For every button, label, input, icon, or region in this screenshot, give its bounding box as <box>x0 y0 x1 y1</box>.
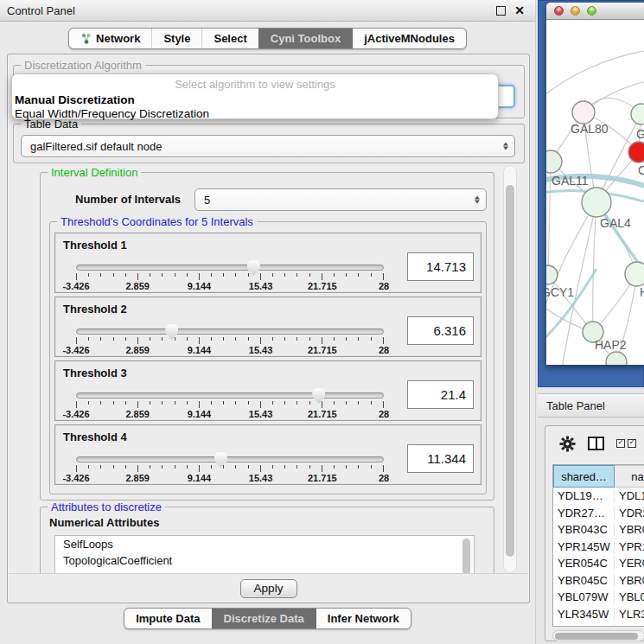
threshold-value-field[interactable]: 14.713 <box>407 252 474 281</box>
bottom-tab-discretize-data[interactable]: Discretize Data <box>212 609 316 628</box>
tick-mark <box>346 401 347 405</box>
slider-track[interactable] <box>76 392 384 399</box>
slider-track[interactable] <box>76 328 384 335</box>
tick-mark <box>150 273 150 277</box>
tick-mark <box>248 465 249 469</box>
table-toolbar <box>545 426 644 461</box>
panel-title: Control Panel <box>7 4 75 17</box>
table-row[interactable]: YPR145WYPR1 <box>553 539 644 556</box>
table-hscroll-thumb[interactable] <box>555 633 638 640</box>
node-table[interactable]: shared… name YDL19…YDL1YDR27…YDR2YBR043C… <box>552 464 644 627</box>
axis-label: -3.426 <box>62 345 89 355</box>
table-row[interactable]: YLR345WYLR3 <box>553 606 644 623</box>
algorithm-option[interactable]: Manual Discretization <box>12 93 498 107</box>
gear-icon[interactable] <box>559 436 576 452</box>
network-node-h[interactable] <box>625 262 644 286</box>
tab-select[interactable]: Select <box>201 29 258 48</box>
threshold-list: Threshold 1-3.4262.8599.14415.4321.71528… <box>54 233 481 488</box>
select-columns-checkboxes-icon[interactable] <box>616 439 636 448</box>
minimize-traffic-light-icon[interactable] <box>571 6 580 16</box>
cell-shared-name: YDL19… <box>553 489 615 502</box>
tick-mark <box>383 465 384 472</box>
tick-mark <box>284 273 285 277</box>
list-scrollbar[interactable] <box>461 537 473 573</box>
tick-mark <box>296 401 297 405</box>
float-window-icon[interactable] <box>496 6 506 16</box>
network-node-c[interactable] <box>628 142 644 163</box>
group-title-thresholds: Threshold's Coordinates for 5 Intervals <box>57 215 257 228</box>
zoom-traffic-light-icon[interactable] <box>587 6 596 16</box>
tick-mark <box>371 337 372 341</box>
apply-button[interactable]: Apply <box>240 579 297 598</box>
table-row[interactable]: YER054CYER0 <box>553 555 644 572</box>
tick-mark <box>88 337 89 341</box>
numerical-attributes-list[interactable]: SelfLoopsTopologicalCoefficientBetweenne… <box>54 535 475 573</box>
threshold-slider[interactable]: -3.4262.8599.14415.4321.71528 <box>76 328 384 356</box>
table-data-select[interactable]: galFiltered.sif default node <box>21 135 515 157</box>
columns-icon[interactable] <box>588 437 604 450</box>
table-row[interactable]: YBR043CYBR0 <box>553 521 644 539</box>
table-horizontal-scrollbar[interactable] <box>552 630 644 641</box>
tick-mark <box>175 465 175 469</box>
network-window-titlebar[interactable] <box>546 3 644 20</box>
close-icon[interactable]: ✕ <box>514 6 525 16</box>
table-row[interactable]: YBR045CYBR0 <box>553 572 644 590</box>
tick-mark <box>309 465 310 469</box>
table-row[interactable]: YIL052CYIL0 <box>553 622 644 627</box>
table-rows: YDL19…YDL1YDR27…YDR2YBR043CYBR0YPR145WYP… <box>553 488 644 627</box>
column-header-name[interactable]: name <box>615 465 644 488</box>
bottom-tab-impute-data[interactable]: Impute Data <box>124 609 211 628</box>
threshold-slider[interactable]: -3.4262.8599.14415.4321.71528 <box>76 265 384 292</box>
network-node-gal80[interactable] <box>572 101 595 124</box>
settings-scrollbar[interactable] <box>503 165 517 573</box>
number-of-intervals-select[interactable]: 5 <box>194 188 487 211</box>
node-label: GA <box>636 127 644 141</box>
table-data-selected-value: galFiltered.sif default node <box>30 140 162 153</box>
network-node-gcy1[interactable] <box>546 265 558 284</box>
table-row[interactable]: YBL079WYBL0 <box>553 589 644 606</box>
attribute-item[interactable]: SelfLoops <box>55 536 474 552</box>
cell-shared-name: YBR045C <box>553 574 615 587</box>
tick-mark <box>260 465 261 472</box>
node-label: GAL80 <box>571 122 609 136</box>
tick-mark <box>100 401 101 405</box>
threshold-value-field[interactable]: 6.316 <box>407 316 474 345</box>
network-canvas[interactable]: GAL80GACGAL11GAL4GCY1HHAP2 <box>546 20 644 365</box>
cell-shared-name: YBL079W <box>553 590 615 603</box>
network-node-gal4[interactable] <box>582 188 611 217</box>
tick-mark <box>125 401 126 405</box>
axis-label: 15.43 <box>249 473 273 483</box>
settings-scrollbar-thumb[interactable] <box>506 185 514 557</box>
tab-jactivemnodules[interactable]: jActiveMNodules <box>352 29 466 48</box>
close-traffic-light-icon[interactable] <box>554 6 564 16</box>
threshold-value-field[interactable]: 21.4 <box>407 380 474 409</box>
tab-label: Network <box>96 32 140 45</box>
bottom-tab-infer-network[interactable]: Infer Network <box>316 609 411 628</box>
axis-label: 15.43 <box>249 345 273 355</box>
threshold-value-field[interactable]: 11.344 <box>407 444 474 473</box>
axis-label: 21.715 <box>308 345 337 355</box>
axis-label: 9.144 <box>188 409 212 419</box>
tab-cyni-toolbox[interactable]: Cyni Toolbox <box>258 29 352 48</box>
attribute-items: SelfLoopsTopologicalCoefficientBetweenne… <box>55 536 474 573</box>
number-of-intervals-value: 5 <box>204 194 210 207</box>
threshold-slider[interactable]: -3.4262.8599.14415.4321.71528 <box>76 456 384 484</box>
attribute-item[interactable]: TopologicalCoefficient <box>55 552 474 569</box>
algorithm-option[interactable]: Equal Width/Frequency Discretization <box>12 107 498 121</box>
tick-mark <box>334 273 335 277</box>
number-of-intervals-row: Number of Intervals 5 <box>41 188 494 211</box>
tab-network[interactable]: Network <box>69 29 151 48</box>
table-row[interactable]: YDR27…YDR2 <box>553 505 644 522</box>
threshold-label: Threshold 1 <box>63 239 127 252</box>
table-row[interactable]: YDL19…YDL1 <box>553 488 644 505</box>
tab-style[interactable]: Style <box>151 29 201 48</box>
tick-mark <box>371 273 372 277</box>
cell-name: YER0 <box>615 557 644 570</box>
tick-mark <box>137 401 138 408</box>
threshold-slider[interactable]: -3.4262.8599.14415.4321.71528 <box>76 392 384 420</box>
list-scrollbar-thumb[interactable] <box>462 539 470 573</box>
slider-track[interactable] <box>76 265 384 271</box>
column-header-shared-name[interactable]: shared… <box>553 465 615 488</box>
number-of-intervals-label: Number of Intervals <box>75 193 181 206</box>
slider-track[interactable] <box>76 456 384 462</box>
